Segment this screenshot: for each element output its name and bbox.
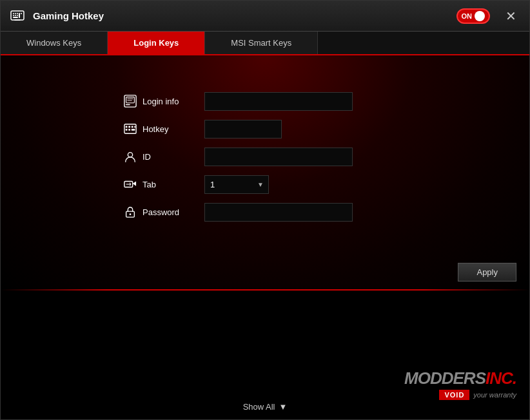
hotkey-icon: [123, 122, 137, 136]
password-label: Password: [142, 207, 179, 217]
hotkey-label: Hotkey: [142, 124, 168, 134]
id-label: ID: [142, 152, 151, 162]
form-section: Login info: [1, 55, 529, 258]
watermark: MODDERSINC. VOID your warranty: [404, 368, 516, 400]
tab-select-wrapper: 1 2 3 4 ▼: [204, 175, 269, 194]
password-input[interactable]: [204, 203, 353, 222]
watermark-void: VOID: [439, 390, 469, 400]
tabs-bar: Windows Keys Login Keys MSI Smart Keys: [1, 32, 529, 55]
login-info-label: Login info: [142, 97, 179, 106]
tab-select[interactable]: 1 2 3 4: [204, 175, 269, 194]
login-info-icon: [123, 94, 137, 108]
bottom-panel: Show All ▼ MODDERSINC. VOID your warrant…: [1, 291, 529, 419]
svg-rect-23: [134, 126, 135, 128]
password-row: Password: [123, 203, 407, 222]
id-input[interactable]: [204, 148, 353, 166]
tab-login-keys[interactable]: Login Keys: [108, 32, 205, 54]
toggle-label: ON: [462, 12, 473, 20]
titlebar: Gaming Hotkey ON ✕: [1, 1, 529, 32]
id-label-group: ID: [123, 149, 194, 164]
tab-msi-smart-keys[interactable]: MSI Smart Keys: [205, 32, 318, 54]
svg-rect-18: [128, 126, 130, 128]
hotkey-row: Hotkey: [123, 120, 407, 138]
svg-rect-20: [126, 129, 128, 131]
tab-label-group: Tab: [123, 177, 194, 191]
svg-point-24: [128, 153, 132, 157]
main-window: Gaming Hotkey ON ✕ Windows Keys Login Ke…: [0, 0, 530, 420]
svg-rect-17: [126, 126, 128, 128]
id-icon: [123, 149, 137, 164]
watermark-modders: MODDERSINC.: [404, 368, 516, 388]
svg-rect-12: [126, 97, 135, 103]
svg-rect-19: [132, 126, 133, 128]
apply-area: Apply: [1, 258, 529, 289]
id-row: ID: [123, 148, 407, 166]
login-info-label-group: Login info: [123, 94, 194, 108]
login-info-input[interactable]: [204, 92, 353, 111]
toggle-container: ON: [456, 8, 491, 24]
hotkey-input[interactable]: [204, 120, 282, 138]
svg-point-30: [130, 213, 132, 215]
svg-rect-21: [128, 129, 130, 131]
content-area: Login info: [1, 55, 529, 289]
tab-label: Tab: [142, 180, 156, 189]
show-all-label: Show All: [243, 402, 275, 412]
password-label-group: Password: [123, 205, 194, 219]
tab-row: Tab 1 2 3 4 ▼: [123, 175, 407, 194]
toggle-knob: [475, 11, 485, 21]
tab-icon: [123, 177, 137, 191]
password-icon: [123, 205, 137, 219]
watermark-inc: INC.: [486, 368, 516, 388]
apply-button[interactable]: Apply: [458, 263, 516, 282]
show-all-button[interactable]: Show All ▼: [243, 402, 288, 412]
login-info-row: Login info: [123, 92, 407, 111]
hotkey-label-group: Hotkey: [123, 122, 194, 136]
form-container: Login info: [123, 92, 407, 222]
svg-rect-22: [132, 129, 135, 131]
tab-windows-keys[interactable]: Windows Keys: [1, 32, 108, 54]
app-icon: [8, 7, 26, 25]
app-title: Gaming Hotkey: [33, 10, 456, 21]
power-toggle[interactable]: ON: [456, 8, 491, 24]
watermark-sub: your warranty: [473, 391, 516, 399]
chevron-down-icon: ▼: [279, 402, 288, 412]
close-button[interactable]: ✕: [500, 7, 522, 25]
